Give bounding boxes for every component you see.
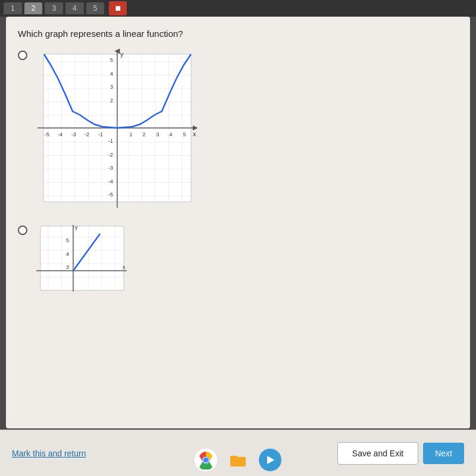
- next-button[interactable]: Next: [423, 443, 464, 464]
- graph1-y-label: y: [120, 51, 124, 58]
- folder-icon[interactable]: [227, 449, 249, 471]
- play-icon[interactable]: [259, 449, 281, 471]
- tab-2[interactable]: 2: [24, 2, 43, 14]
- svg-text:3: 3: [156, 131, 159, 137]
- svg-text:-3: -3: [71, 131, 76, 137]
- svg-text:3: 3: [66, 264, 69, 270]
- top-bar: 1 2 3 4 5 ■: [0, 0, 476, 17]
- svg-text:-1: -1: [98, 131, 103, 137]
- graph1-svg: x y -5 -4 -3 -2 -1 1 2 3 4 5 5: [35, 48, 201, 215]
- svg-text:3: 3: [110, 84, 113, 90]
- option-2-row: x y 5 4 3: [18, 223, 458, 295]
- graph2-container: x y 5 4 3: [35, 223, 130, 295]
- option-1-row: x y -5 -4 -3 -2 -1 1 2 3 4 5 5: [18, 48, 458, 215]
- svg-text:2: 2: [142, 131, 145, 137]
- svg-marker-37: [267, 456, 274, 464]
- graph1-container: x y -5 -4 -3 -2 -1 1 2 3 4 5 5: [35, 48, 201, 215]
- svg-text:5: 5: [183, 131, 186, 137]
- svg-text:1: 1: [129, 131, 132, 137]
- svg-text:-5: -5: [45, 131, 49, 137]
- tab-action[interactable]: ■: [109, 1, 127, 15]
- bottom-right-actions: Save and Exit Next: [337, 442, 464, 465]
- svg-rect-35: [230, 457, 246, 466]
- svg-text:x: x: [123, 264, 126, 270]
- graph1-x-label: x: [193, 130, 196, 137]
- svg-point-34: [203, 458, 208, 462]
- save-exit-button[interactable]: Save and Exit: [337, 442, 418, 465]
- svg-text:4: 4: [110, 71, 113, 77]
- svg-text:-1: -1: [108, 138, 113, 144]
- svg-rect-36: [230, 456, 237, 458]
- tab-3[interactable]: 3: [45, 2, 63, 14]
- svg-text:5: 5: [66, 237, 69, 243]
- svg-text:-2: -2: [84, 131, 89, 137]
- tab-1[interactable]: 1: [4, 2, 22, 14]
- svg-text:-3: -3: [108, 165, 113, 171]
- svg-text:-4: -4: [108, 178, 113, 184]
- main-content: Which graph represents a linear function…: [6, 17, 470, 428]
- taskbar: [195, 449, 281, 471]
- svg-text:y: y: [75, 224, 78, 230]
- tab-5[interactable]: 5: [86, 2, 105, 14]
- chrome-icon[interactable]: [195, 449, 217, 471]
- question-text: Which graph represents a linear function…: [18, 29, 458, 39]
- svg-text:-4: -4: [58, 131, 62, 137]
- tab-4[interactable]: 4: [65, 2, 84, 14]
- svg-text:2: 2: [110, 98, 113, 104]
- radio-option-2[interactable]: [18, 226, 27, 235]
- radio-option-1[interactable]: [18, 51, 27, 60]
- graph2-svg: x y 5 4 3: [35, 223, 130, 295]
- svg-text:-5: -5: [108, 192, 113, 198]
- svg-text:-2: -2: [108, 152, 113, 158]
- mark-return-link[interactable]: Mark this and return: [12, 449, 86, 458]
- svg-text:4: 4: [66, 251, 69, 257]
- svg-text:4: 4: [169, 131, 172, 137]
- svg-text:5: 5: [110, 57, 113, 63]
